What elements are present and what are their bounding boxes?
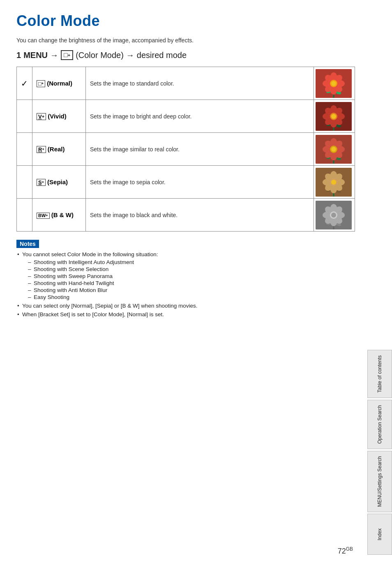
- arrow-1: →: [50, 51, 58, 60]
- note-subitem: Shooting with Anti Motion Blur: [26, 287, 355, 293]
- check-col: ✓: [17, 67, 32, 100]
- mode-description: Sets the image to standard color.: [86, 67, 314, 100]
- check-col: [17, 199, 32, 232]
- mode-image: [314, 133, 355, 166]
- svg-point-69: [331, 213, 336, 218]
- instruction-line: 1 MENU → □+ (Color Mode) → desired mode: [16, 50, 355, 60]
- flower-thumbnail: [316, 135, 352, 164]
- note-item: You can select only [Normal], [Sepia] or…: [16, 303, 355, 309]
- mode-icon: BW+: [37, 213, 50, 219]
- note-text: You cannot select Color Mode in the foll…: [22, 251, 158, 257]
- page-suffix: GB: [346, 546, 353, 552]
- color-mode-icon: □+: [61, 50, 73, 60]
- sidebar-tabs: Table of contentsOperation SearchMENU/Se…: [358, 350, 392, 563]
- main-content: Color Mode You can change the brightness…: [16, 0, 355, 336]
- mode-icon: S+: [37, 179, 46, 186]
- table-row: S+ (Sepia)Sets the image to sepia color.: [17, 166, 355, 199]
- mode-icon: R+: [37, 146, 46, 153]
- mode-icon-col: V+ (Vivid): [32, 100, 86, 133]
- icon-box-char: □: [64, 51, 68, 59]
- mode-name: (B & W): [51, 211, 74, 218]
- mode-icon: □+: [37, 80, 45, 87]
- sidebar-tab-operation-search[interactable]: Operation Search: [367, 400, 392, 449]
- note-subitem: Easy Shooting: [26, 294, 355, 300]
- mode-name: (Normal): [47, 80, 72, 87]
- table-row: BW+ (B & W)Sets the image to black and w…: [17, 199, 355, 232]
- check-col: [17, 133, 32, 166]
- flower-thumbnail: [316, 102, 352, 131]
- mode-icon-col: R+ (Real): [32, 133, 86, 166]
- flower-thumbnail: [316, 201, 352, 229]
- check-col: [17, 166, 32, 199]
- note-subitem: Shooting with Intelligent Auto Adjustmen…: [26, 259, 355, 265]
- mode-name: (Sepia): [47, 178, 68, 185]
- svg-point-55: [331, 180, 336, 185]
- mode-name: (Vivid): [48, 113, 67, 120]
- mode-icon: V+: [37, 113, 46, 120]
- sidebar-tab-table-of-contents[interactable]: Table of contents: [367, 350, 392, 398]
- note-sublist: Shooting with Intelligent Auto Adjustmen…: [26, 259, 355, 300]
- mode-image: [314, 100, 355, 133]
- svg-point-13: [331, 81, 336, 86]
- page-num-text: 72GB: [338, 547, 353, 555]
- svg-point-27: [331, 114, 336, 119]
- sidebar-tab-menu-settings-search[interactable]: MENU/Settings Search: [367, 451, 392, 512]
- mode-description: Sets the image similar to real color.: [86, 133, 314, 166]
- check-col: [17, 100, 32, 133]
- mode-description: Sets the image to sepia color.: [86, 166, 314, 199]
- mode-table: ✓□+ (Normal)Sets the image to standard c…: [16, 67, 355, 232]
- table-row: V+ (Vivid)Sets the image to bright and d…: [17, 100, 355, 133]
- notes-label: Notes: [16, 240, 39, 248]
- sidebar-tab-index[interactable]: Index: [367, 514, 392, 555]
- mode-image: [314, 166, 355, 199]
- note-subitem: Shooting with Hand-held Twilight: [26, 280, 355, 286]
- sidebar-spacer-top: [358, 0, 392, 350]
- notes-list: You cannot select Color Mode in the foll…: [16, 251, 355, 317]
- page-title: Color Mode: [16, 12, 355, 30]
- arrow-2: →: [126, 51, 134, 60]
- flower-thumbnail: [316, 168, 352, 197]
- mode-description: Sets the image to black and white.: [86, 199, 314, 232]
- note-text: You can select only [Normal], [Sepia] or…: [22, 303, 197, 309]
- color-mode-label: (Color Mode): [76, 51, 124, 60]
- mode-icon-col: S+ (Sepia): [32, 166, 86, 199]
- icon-box-sup: +: [68, 53, 70, 58]
- table-row: ✓□+ (Normal)Sets the image to standard c…: [17, 67, 355, 100]
- flower-thumbnail: [316, 69, 352, 98]
- mode-icon-col: □+ (Normal): [32, 67, 86, 100]
- sidebar: Table of contentsOperation SearchMENU/Se…: [358, 0, 392, 563]
- mode-image: [314, 67, 355, 100]
- intro-text: You can change the brightness of the ima…: [16, 37, 355, 44]
- note-subitem: Shooting with Scene Selection: [26, 266, 355, 272]
- mode-name: (Real): [48, 146, 65, 153]
- step-number: 1: [16, 51, 21, 60]
- desired-mode-text: desired mode: [137, 51, 187, 60]
- mode-image: [314, 199, 355, 232]
- page-num-value: 72: [338, 547, 346, 555]
- note-item: When [Bracket Set] is set to [Color Mode…: [16, 311, 355, 317]
- mode-description: Sets the image to bright and deep color.: [86, 100, 314, 133]
- svg-point-41: [331, 147, 336, 152]
- note-text: When [Bracket Set] is set to [Color Mode…: [22, 311, 164, 317]
- checkmark-icon: ✓: [21, 79, 28, 88]
- table-row: R+ (Real)Sets the image similar to real …: [17, 133, 355, 166]
- menu-keyword: MENU: [23, 51, 48, 60]
- mode-icon-col: BW+ (B & W): [32, 199, 86, 232]
- note-subitem: Shooting with Sweep Panorama: [26, 273, 355, 279]
- note-item: You cannot select Color Mode in the foll…: [16, 251, 355, 300]
- notes-section: Notes You cannot select Color Mode in th…: [16, 240, 355, 317]
- page-number: 72GB: [338, 546, 353, 556]
